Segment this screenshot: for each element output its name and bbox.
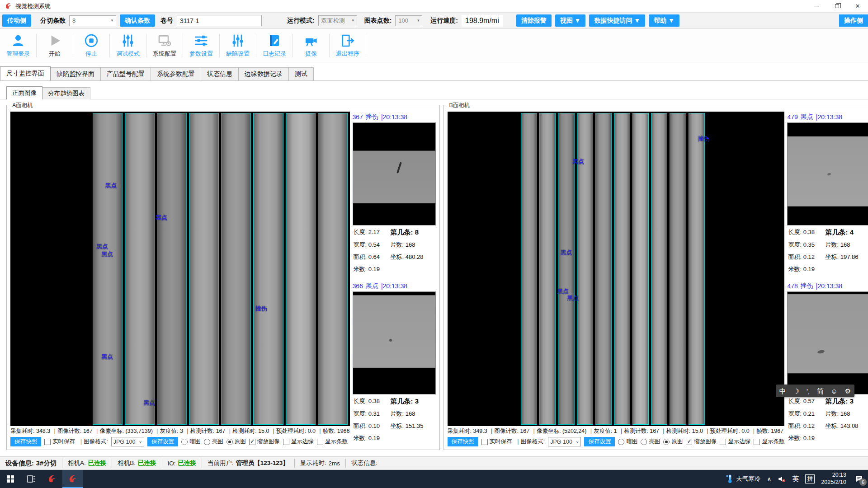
display-time-segment: 显示耗时:2ms bbox=[295, 459, 346, 468]
show-edges-checkbox[interactable]: 显示边缘 bbox=[720, 438, 750, 446]
close-button[interactable]: ✕ bbox=[847, 0, 868, 12]
tray-expand-button[interactable]: ∧ bbox=[767, 475, 771, 483]
image-format-select[interactable]: JPG 100∨ bbox=[548, 437, 581, 446]
toolbar-defect-settings-button[interactable]: 缺陷设置 bbox=[220, 31, 256, 61]
defect-annotation: 挫伤 bbox=[255, 305, 267, 313]
dark-image-radio[interactable]: 暗图 bbox=[618, 438, 637, 446]
defect-thumbnail[interactable] bbox=[787, 291, 868, 394]
image-format-select[interactable]: JPG 100∨ bbox=[111, 437, 144, 446]
tab-status-info[interactable]: 状态信息 bbox=[201, 67, 239, 80]
save-snapshot-button[interactable]: 保存快照 bbox=[10, 437, 41, 446]
minimize-button[interactable] bbox=[806, 0, 826, 12]
task-view-button[interactable] bbox=[21, 470, 42, 488]
roll-number-input[interactable] bbox=[177, 15, 262, 26]
save-snapshot-button[interactable]: 保存快照 bbox=[448, 437, 478, 446]
ime-toolbar[interactable]: 中 ☽ ’, 简 ☺ ⚙ bbox=[776, 385, 854, 397]
defect-pieces: 片数: 168 bbox=[825, 241, 868, 249]
save-settings-button[interactable]: 保存设置 bbox=[147, 437, 178, 446]
help-menu-button[interactable]: 帮助 ▼ bbox=[649, 14, 679, 27]
image-format-label: ｜图像格式: bbox=[515, 438, 545, 446]
maximize-button[interactable] bbox=[826, 0, 847, 12]
view-menu-button[interactable]: 视图 ▼ bbox=[555, 14, 586, 27]
zoom-image-label: 缩放图像 bbox=[257, 438, 280, 446]
drive-side-button[interactable]: 传动侧 bbox=[2, 14, 31, 27]
volume-muted-button[interactable] bbox=[778, 475, 786, 483]
operator-side-button[interactable]: 操作侧 bbox=[839, 14, 868, 27]
toolbar-start-button[interactable]: 开始 bbox=[37, 31, 73, 61]
dark-image-radio[interactable]: 暗图 bbox=[181, 438, 201, 446]
gear-icon[interactable]: ⚙ bbox=[845, 388, 851, 394]
zoom-image-checkbox[interactable]: 缩放图像 bbox=[686, 438, 717, 446]
defect-thumbnail[interactable] bbox=[787, 122, 868, 225]
panel-b-title: B面相机 bbox=[448, 102, 472, 109]
show-edges-checkbox[interactable]: 显示边缘 bbox=[283, 438, 314, 446]
defect-annotation: 黑点 bbox=[101, 250, 113, 258]
defect-type: 黑点 bbox=[801, 113, 813, 121]
zoom-image-checkbox[interactable]: 缩放图像 bbox=[249, 438, 280, 446]
defect-mark bbox=[817, 349, 825, 354]
camera-a-image[interactable]: 黑点黑点黑点黑点挫伤黑点黑点 bbox=[10, 112, 350, 426]
ime-punctuation-toggle[interactable]: ’, bbox=[807, 388, 810, 394]
toolbar-system-config-button[interactable]: 系统配置 bbox=[146, 31, 183, 61]
toolbar-log-record-button[interactable]: 日志记录 bbox=[256, 31, 292, 61]
defect-coord: 坐标: 480.28 bbox=[391, 253, 435, 261]
start-button[interactable] bbox=[0, 470, 21, 488]
moon-icon[interactable]: ☽ bbox=[793, 388, 799, 394]
camera-b-image[interactable]: 挫伤黑点黑点黑点黑点 bbox=[448, 112, 785, 426]
ime-simplified-toggle[interactable]: 简 bbox=[817, 388, 824, 394]
save-settings-button[interactable]: 保存设置 bbox=[584, 437, 615, 446]
checkbox-icon bbox=[754, 439, 760, 445]
toolbar-debug-mode-button[interactable]: 调试模式 bbox=[110, 31, 146, 61]
clear-alarm-button[interactable]: 清除报警 bbox=[516, 14, 552, 27]
subtab-front-image[interactable]: 正面图像 bbox=[6, 86, 42, 99]
windows-start-icon bbox=[7, 475, 14, 483]
defect-mark bbox=[827, 173, 831, 176]
app-logo-icon bbox=[47, 474, 57, 484]
data-quick-access-menu-button[interactable]: 数据快捷访问 ▼ bbox=[589, 14, 645, 27]
cut-strip-bounding-box bbox=[221, 113, 251, 425]
bright-image-radio[interactable]: 亮图 bbox=[204, 438, 223, 446]
original-image-radio[interactable]: 原图 bbox=[663, 438, 683, 446]
show-strips-checkbox[interactable]: 显示条数 bbox=[754, 438, 784, 446]
defect-time: |20:13:38 bbox=[381, 282, 407, 290]
ime-chinese-toggle[interactable]: 中 bbox=[779, 388, 786, 394]
defect-length: 长度: 0.57 bbox=[788, 397, 825, 406]
emoji-icon[interactable]: ☺ bbox=[831, 388, 838, 394]
run-mode-select[interactable]: 双面检测▼ bbox=[318, 15, 357, 26]
tab-size-monitor[interactable]: 尺寸监控界面 bbox=[0, 66, 51, 80]
toolbar-parameter-settings-button[interactable]: 参数设置 bbox=[183, 31, 219, 61]
confirm-count-button[interactable]: 确认条数 bbox=[120, 14, 155, 27]
toolbar-capture-button[interactable]: 摄像 bbox=[293, 31, 329, 61]
tab-product-model-config[interactable]: 产品型号配置 bbox=[100, 67, 151, 80]
defect-thumbnail[interactable] bbox=[353, 122, 436, 225]
chart-points-select[interactable]: 100▼ bbox=[395, 15, 422, 26]
taskbar-app-button[interactable] bbox=[42, 470, 62, 488]
defect-thumbnail[interactable] bbox=[353, 291, 436, 394]
original-image-radio[interactable]: 原图 bbox=[226, 438, 246, 446]
ime-mode-button[interactable]: 拼 bbox=[805, 474, 815, 483]
taskbar-clock[interactable]: 20:13 2025/2/10 bbox=[821, 472, 846, 486]
monitor-gear-icon bbox=[157, 33, 172, 48]
toolbar-admin-login-button[interactable]: 管理登录 bbox=[0, 31, 36, 61]
show-strips-checkbox[interactable]: 显示条数 bbox=[317, 438, 348, 446]
defect-annotation: 黑点 bbox=[101, 353, 113, 361]
tab-test[interactable]: 测试 bbox=[288, 67, 314, 80]
slit-count-select[interactable]: 8▼ bbox=[69, 15, 116, 26]
language-indicator[interactable]: 英 bbox=[792, 475, 799, 483]
realtime-save-checkbox[interactable]: 实时保存 bbox=[481, 438, 512, 446]
toolbar-exit-button[interactable]: 退出程序 bbox=[330, 31, 366, 61]
toolbar-label: 管理登录 bbox=[6, 50, 30, 58]
close-icon: ✕ bbox=[855, 3, 860, 9]
taskbar-active-app-button[interactable] bbox=[62, 470, 83, 488]
tab-defect-monitor[interactable]: 缺陷监控界面 bbox=[50, 67, 101, 80]
bright-image-radio[interactable]: 亮图 bbox=[641, 438, 660, 446]
defect-meters: 米数: 0.19 bbox=[788, 265, 825, 273]
defect-annotation: 黑点 bbox=[156, 214, 167, 222]
tab-edge-data-record[interactable]: 边缘数据记录 bbox=[238, 67, 289, 80]
realtime-save-checkbox[interactable]: 实时保存 bbox=[44, 438, 75, 446]
notification-center-button[interactable]: 6 bbox=[854, 474, 863, 483]
tab-system-parameter-config[interactable]: 系统参数配置 bbox=[151, 67, 201, 80]
subtab-distribution-trend-chart[interactable]: 分布趋势图表 bbox=[42, 87, 90, 99]
weather-widget[interactable]: 天气寒冷 bbox=[726, 474, 760, 484]
toolbar-stop-button[interactable]: 停止 bbox=[73, 31, 109, 61]
